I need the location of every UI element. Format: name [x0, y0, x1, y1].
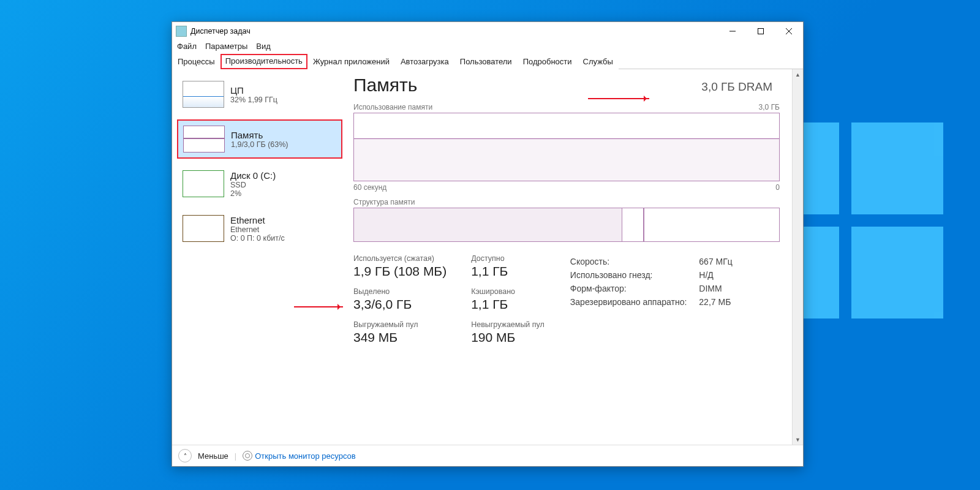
sidebar-disk-sub: SSD — [230, 181, 276, 189]
stat-nonpaged-value: 190 МБ — [471, 330, 545, 345]
kv-speed-v: 667 МГц — [699, 255, 744, 268]
memory-composition-graph[interactable] — [353, 208, 780, 242]
sidebar-item-memory[interactable]: Память 1,9/3,0 ГБ (63%) — [177, 119, 342, 159]
tab-services[interactable]: Службы — [578, 54, 619, 69]
stat-commit-label: Выделено — [353, 287, 447, 296]
composition-label: Структура памяти — [353, 198, 415, 206]
app-icon — [176, 26, 187, 37]
dram-label: 3,0 ГБ DRAM — [701, 80, 772, 94]
svg-rect-1 — [758, 29, 764, 34]
kv-slots-v: Н/Д — [699, 269, 744, 281]
kv-form-v: DIMM — [699, 282, 744, 295]
stat-commit-value: 3,3/6,0 ГБ — [353, 297, 447, 312]
stat-paged-label: Выгружаемый пул — [353, 320, 447, 329]
tab-performance[interactable]: Производительность — [221, 54, 307, 69]
memory-usage-graph[interactable] — [353, 113, 780, 181]
sidebar-item-cpu[interactable]: ЦП 32% 1,99 ГГц — [177, 75, 342, 113]
usage-graph-label: Использование памяти — [353, 103, 432, 111]
memory-info-table: Скорость:667 МГц Использовано гнезд:Н/Д … — [569, 254, 745, 309]
menu-file[interactable]: Файл — [177, 42, 197, 51]
stat-avail-value: 1,1 ГБ — [471, 264, 545, 279]
stat-cached-label: Кэшировано — [471, 287, 545, 296]
sidebar-disk-title: Диск 0 (C:) — [230, 170, 276, 181]
kv-speed-k: Скорость: — [570, 255, 698, 268]
window-title: Диспетчер задач — [190, 27, 251, 36]
performance-sidebar: ЦП 32% 1,99 ГГц Память 1,9/3,0 ГБ (63%) … — [172, 69, 347, 445]
scrollbar[interactable]: ▲ ▼ — [792, 69, 803, 445]
fewer-details-button[interactable]: ˄ — [178, 449, 192, 462]
menubar: Файл Параметры Вид — [172, 40, 803, 53]
titlebar[interactable]: Диспетчер задач — [172, 22, 803, 40]
scroll-up-icon[interactable]: ▲ — [793, 69, 803, 80]
kv-slots-k: Использовано гнезд: — [570, 269, 698, 281]
tab-users[interactable]: Пользователи — [454, 54, 518, 69]
sidebar-disk-sub2: 2% — [230, 189, 276, 198]
stat-cached-value: 1,1 ГБ — [471, 297, 545, 312]
menu-options[interactable]: Параметры — [205, 42, 247, 51]
fewer-details-label[interactable]: Меньше — [198, 451, 228, 461]
separator: | — [235, 451, 236, 461]
minimize-button[interactable] — [718, 22, 747, 40]
axis-left: 60 секунд — [353, 183, 386, 192]
sidebar-item-disk[interactable]: Диск 0 (C:) SSD 2% — [177, 165, 342, 203]
maximize-button[interactable] — [747, 22, 775, 40]
axis-right: 0 — [775, 183, 780, 192]
task-manager-window: Диспетчер задач Файл Параметры Вид Проце… — [172, 21, 804, 467]
kv-reserved-k: Зарезервировано аппаратно: — [570, 296, 698, 308]
open-resmon-label: Открыть монитор ресурсов — [255, 451, 355, 461]
open-resmon-link[interactable]: Открыть монитор ресурсов — [243, 451, 355, 461]
tab-processes[interactable]: Процессы — [172, 54, 221, 69]
usage-graph-max: 3,0 ГБ — [759, 103, 780, 111]
sidebar-cpu-sub: 32% 1,99 ГГц — [230, 96, 277, 104]
cpu-thumb-icon — [183, 81, 224, 108]
tabs: Процессы Производительность Журнал прило… — [172, 53, 803, 69]
sidebar-net-sub2: О: 0 П: 0 кбит/с — [230, 234, 285, 243]
tab-app-history[interactable]: Журнал приложений — [307, 54, 395, 69]
footer: ˄ Меньше | Открыть монитор ресурсов — [172, 445, 803, 466]
annotation-arrow-icon — [294, 306, 343, 307]
sidebar-net-title: Ethernet — [230, 215, 285, 225]
ethernet-thumb-icon — [183, 215, 224, 242]
menu-view[interactable]: Вид — [256, 42, 271, 51]
sidebar-cpu-title: ЦП — [230, 85, 277, 96]
tab-details[interactable]: Подробности — [518, 54, 578, 69]
sidebar-net-sub: Ethernet — [230, 225, 285, 234]
sidebar-mem-title: Память — [231, 130, 288, 140]
close-button[interactable] — [775, 22, 803, 40]
tab-startup[interactable]: Автозагрузка — [395, 54, 454, 69]
stat-avail-label: Доступно — [471, 254, 545, 263]
stat-nonpaged-label: Невыгружаемый пул — [471, 320, 545, 329]
memory-panel: Память 3,0 ГБ DRAM Использование памяти … — [347, 69, 792, 445]
memory-thumb-icon — [183, 126, 225, 153]
disk-thumb-icon — [183, 170, 224, 197]
stat-paged-value: 349 МБ — [353, 330, 447, 345]
kv-reserved-v: 22,7 МБ — [699, 296, 744, 308]
kv-form-k: Форм-фактор: — [570, 282, 698, 295]
sidebar-mem-sub: 1,9/3,0 ГБ (63%) — [231, 140, 288, 149]
annotation-arrow-icon — [588, 98, 649, 99]
stat-inuse-label: Используется (сжатая) — [353, 254, 447, 263]
resmon-icon — [243, 451, 252, 461]
stat-inuse-value: 1,9 ГБ (108 МБ) — [353, 264, 447, 279]
sidebar-item-ethernet[interactable]: Ethernet Ethernet О: 0 П: 0 кбит/с — [177, 209, 342, 248]
scroll-down-icon[interactable]: ▼ — [793, 434, 803, 445]
